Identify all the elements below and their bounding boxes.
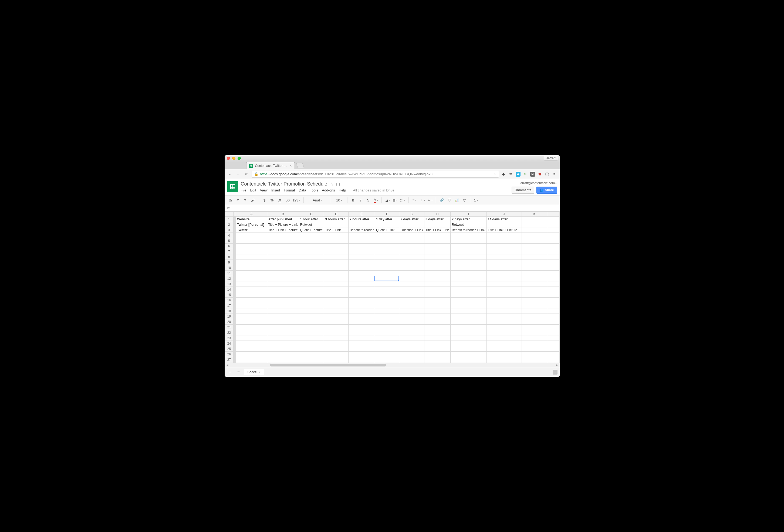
cell[interactable] xyxy=(375,292,399,298)
cell[interactable] xyxy=(236,292,267,298)
insert-chart-icon[interactable]: 📊 xyxy=(454,197,460,203)
cell[interactable] xyxy=(486,314,522,319)
row-header[interactable]: 4 xyxy=(225,233,233,238)
cell[interactable] xyxy=(236,319,267,325)
cell[interactable] xyxy=(451,303,486,308)
cell[interactable]: Title + Link + Picture xyxy=(486,227,522,233)
sheet-tab-menu-icon[interactable]: ▾ xyxy=(259,371,260,373)
cell[interactable] xyxy=(348,308,375,314)
cell[interactable] xyxy=(348,303,375,308)
cell[interactable] xyxy=(267,330,299,335)
folder-icon[interactable]: ▢ xyxy=(336,182,340,187)
column-header[interactable]: C xyxy=(299,212,324,217)
cell[interactable] xyxy=(348,222,375,227)
cell[interactable] xyxy=(399,287,424,292)
cell[interactable] xyxy=(451,362,486,363)
chrome-menu-icon[interactable]: ≡ xyxy=(552,172,557,177)
undo-icon[interactable]: ↶ xyxy=(235,197,241,203)
cell[interactable] xyxy=(375,238,399,244)
cell[interactable] xyxy=(424,335,451,341)
row-header[interactable]: 22 xyxy=(225,330,233,335)
cell[interactable] xyxy=(348,271,375,276)
cell[interactable] xyxy=(547,265,559,271)
cell[interactable] xyxy=(348,265,375,271)
cell[interactable] xyxy=(522,325,547,330)
cell[interactable] xyxy=(348,335,375,341)
cell[interactable] xyxy=(299,254,324,260)
horizontal-scrollbar[interactable]: ◀ ▶ xyxy=(225,363,560,367)
cell[interactable]: Quote + Link xyxy=(375,227,399,233)
user-email[interactable]: jarratt@contentacle.com xyxy=(520,181,557,185)
cell[interactable] xyxy=(424,330,451,335)
cell[interactable] xyxy=(522,314,547,319)
extension-icon[interactable]: ≋ xyxy=(508,172,513,177)
text-wrap-button[interactable]: ↩ xyxy=(427,197,433,203)
cell[interactable] xyxy=(375,341,399,346)
cell[interactable] xyxy=(299,249,324,254)
cell[interactable] xyxy=(486,330,522,335)
cell[interactable] xyxy=(399,308,424,314)
cell[interactable] xyxy=(267,319,299,325)
cell[interactable] xyxy=(324,265,348,271)
cell[interactable]: Retweet xyxy=(299,222,324,227)
cell[interactable] xyxy=(547,308,559,314)
cell[interactable] xyxy=(324,287,348,292)
column-header[interactable]: D xyxy=(324,212,348,217)
row-header[interactable]: 6 xyxy=(225,244,233,249)
cell[interactable]: 2 days after xyxy=(399,217,424,222)
cell[interactable] xyxy=(424,244,451,249)
cell[interactable] xyxy=(451,260,486,265)
cell[interactable] xyxy=(486,222,522,227)
merge-cells-button[interactable]: ⬚ xyxy=(399,197,406,203)
cell[interactable] xyxy=(267,292,299,298)
cell[interactable] xyxy=(424,271,451,276)
cell[interactable] xyxy=(236,276,267,281)
cell[interactable] xyxy=(267,276,299,281)
vertical-align-button[interactable]: ⭳ xyxy=(419,197,425,203)
row-header[interactable]: 13 xyxy=(225,281,233,287)
cell[interactable] xyxy=(267,346,299,352)
cell[interactable] xyxy=(547,217,559,222)
cell[interactable] xyxy=(486,357,522,362)
cell[interactable] xyxy=(324,341,348,346)
cell[interactable] xyxy=(451,276,486,281)
cell[interactable] xyxy=(267,308,299,314)
cell[interactable] xyxy=(348,254,375,260)
cell[interactable] xyxy=(267,233,299,238)
cell[interactable]: Title + Link + Pic xyxy=(424,227,451,233)
cell[interactable] xyxy=(236,265,267,271)
bold-button[interactable]: B xyxy=(350,197,356,203)
nav-forward-button[interactable]: → xyxy=(235,171,241,177)
cell[interactable] xyxy=(547,314,559,319)
cell[interactable] xyxy=(236,281,267,287)
cell[interactable] xyxy=(348,276,375,281)
cell[interactable] xyxy=(424,281,451,287)
cell[interactable] xyxy=(236,346,267,352)
cell[interactable] xyxy=(522,244,547,249)
extension-icon[interactable]: M xyxy=(530,172,535,177)
cell[interactable] xyxy=(299,330,324,335)
cell[interactable] xyxy=(547,260,559,265)
cell[interactable] xyxy=(451,357,486,362)
cell[interactable] xyxy=(299,325,324,330)
cell[interactable] xyxy=(486,341,522,346)
cell[interactable] xyxy=(399,352,424,357)
cell[interactable] xyxy=(424,325,451,330)
functions-button[interactable]: Σ xyxy=(473,197,479,203)
cell[interactable] xyxy=(236,298,267,303)
cell[interactable] xyxy=(236,335,267,341)
cell[interactable] xyxy=(486,254,522,260)
cell[interactable] xyxy=(267,341,299,346)
cell[interactable]: Title + Picture + Link xyxy=(267,222,299,227)
cell[interactable] xyxy=(547,335,559,341)
cell[interactable] xyxy=(299,352,324,357)
share-button[interactable]: 👥 Share xyxy=(536,187,557,194)
row-header[interactable]: 28 xyxy=(225,362,233,363)
cell[interactable] xyxy=(522,254,547,260)
increase-decimal-button[interactable]: .00̲ xyxy=(284,197,290,203)
row-header[interactable]: 20 xyxy=(225,319,233,325)
menu-insert[interactable]: Insert xyxy=(271,188,280,192)
cell[interactable] xyxy=(522,362,547,363)
menu-format[interactable]: Format xyxy=(284,188,295,192)
cell[interactable] xyxy=(522,298,547,303)
